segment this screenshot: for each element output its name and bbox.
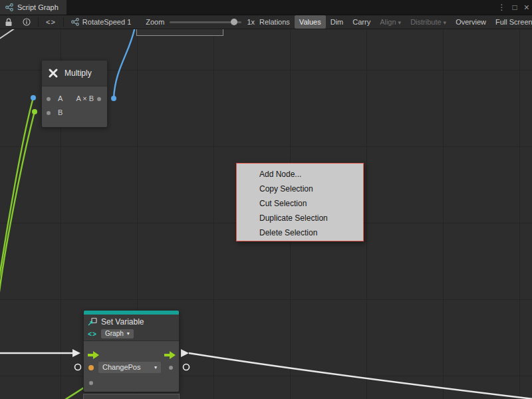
port-ring-right[interactable] xyxy=(184,364,190,370)
flow-arrowhead-in xyxy=(72,349,80,357)
script-graph-icon xyxy=(5,3,13,11)
multiply-node-header[interactable]: Multiply xyxy=(42,61,107,86)
window-maximize-icon[interactable]: □ xyxy=(513,3,517,12)
toolbar-separator xyxy=(38,17,39,27)
port-out-label: A × B xyxy=(76,94,94,102)
toolbar-separator xyxy=(63,17,64,27)
set-variable-body: ChangePos ▾ xyxy=(84,341,179,392)
variable-kind-label: Graph xyxy=(105,329,124,338)
full-screen-button[interactable]: Full Screen xyxy=(491,15,532,29)
menu-item-cut-selection[interactable]: Cut Selection xyxy=(237,196,363,211)
wire-white-flow-out xyxy=(189,353,532,399)
wire-blue xyxy=(114,29,135,98)
window-close-icon[interactable]: × xyxy=(524,2,529,13)
variables-icon: <> xyxy=(88,331,97,338)
toolbar-right-group: Relations Values Dim Carry Align Distrib… xyxy=(255,15,532,29)
multiply-icon xyxy=(47,67,59,79)
window-menu-icon[interactable]: ⋮ xyxy=(498,3,506,12)
port-output-axb[interactable] xyxy=(97,97,101,101)
zoom-control: Zoom 1x xyxy=(136,18,255,26)
wire-white-topleft xyxy=(0,29,21,39)
multiply-node-title: Multiply xyxy=(65,68,92,78)
node-set-variable[interactable]: Set Variable <> Graph ▾ ChangePos ▾ xyxy=(83,310,180,392)
set-variable-footer-section xyxy=(83,394,180,399)
port-endpoint-blue[interactable] xyxy=(111,96,116,101)
zoom-slider-handle[interactable] xyxy=(231,19,237,25)
graph-name-label: RotateSpeed 1 xyxy=(82,18,131,26)
tab-script-graph[interactable]: Script Graph xyxy=(0,0,66,15)
set-variable-title: Set Variable xyxy=(101,317,144,327)
distribute-dropdown[interactable]: Distribute xyxy=(406,15,451,29)
zoom-label: Zoom xyxy=(146,18,164,26)
lock-icon[interactable] xyxy=(0,18,17,27)
script-graph-icon xyxy=(71,18,79,26)
port-ring-left[interactable] xyxy=(75,364,81,370)
variable-name-label: ChangePos xyxy=(102,362,141,373)
port-value-input[interactable] xyxy=(88,365,94,370)
multiply-node-body: A A × B B xyxy=(42,86,107,128)
tab-label: Script Graph xyxy=(17,3,59,11)
titlebar: Script Graph ⋮ □ × xyxy=(0,0,532,15)
zoom-value: 1x xyxy=(247,18,255,26)
relations-button[interactable]: Relations xyxy=(255,15,295,29)
port-input-a[interactable] xyxy=(47,97,51,101)
port-endpoint-blue-a[interactable] xyxy=(31,95,36,100)
graph-toolbar: <> RotateSpeed 1 Zoom 1x Relations Value… xyxy=(0,15,532,29)
collapsed-node[interactable] xyxy=(136,29,223,36)
window-controls: ⋮ □ × xyxy=(498,0,529,15)
graph-breadcrumb[interactable]: RotateSpeed 1 xyxy=(66,18,136,26)
set-variable-header[interactable]: Set Variable <> Graph ▾ xyxy=(84,315,179,341)
values-button[interactable]: Values xyxy=(295,15,326,29)
dim-button[interactable]: Dim xyxy=(326,15,348,29)
menu-item-copy-selection[interactable]: Copy Selection xyxy=(237,182,363,196)
chevron-down-icon: ▾ xyxy=(127,329,130,338)
menu-item-duplicate-selection[interactable]: Duplicate Selection xyxy=(237,211,363,225)
wire-green-b xyxy=(0,112,35,303)
info-icon[interactable] xyxy=(17,18,36,26)
wire-green-a xyxy=(0,98,33,286)
set-variable-icon xyxy=(88,318,97,326)
chevron-down-icon: ▾ xyxy=(154,362,157,373)
node-multiply[interactable]: Multiply A A × B B xyxy=(41,60,108,128)
port-value-output[interactable] xyxy=(169,366,173,370)
context-menu: Add Node... Copy Selection Cut Selection… xyxy=(236,163,364,241)
flow-arrowhead-out xyxy=(181,349,189,357)
zoom-slider[interactable] xyxy=(170,21,241,23)
port-extra-input[interactable] xyxy=(89,381,93,385)
port-input-b[interactable] xyxy=(47,111,51,115)
code-view-button[interactable]: <> xyxy=(41,18,61,26)
graph-canvas[interactable]: Multiply A A × B B Set Variable <> xyxy=(0,29,532,399)
overview-button[interactable]: Overview xyxy=(451,15,491,29)
flow-input-port[interactable] xyxy=(88,350,100,358)
menu-item-add-node[interactable]: Add Node... xyxy=(237,167,363,182)
flow-output-port[interactable] xyxy=(164,350,176,358)
carry-button[interactable]: Carry xyxy=(348,15,375,29)
port-endpoint-green-b[interactable] xyxy=(32,109,37,114)
variable-name-dropdown[interactable]: ChangePos ▾ xyxy=(98,362,161,373)
variable-kind-dropdown[interactable]: Graph ▾ xyxy=(101,329,134,338)
port-a-label: A xyxy=(58,94,63,102)
menu-item-delete-selection[interactable]: Delete Selection xyxy=(237,225,363,240)
align-dropdown[interactable]: Align xyxy=(375,15,406,29)
port-b-label: B xyxy=(58,108,63,116)
